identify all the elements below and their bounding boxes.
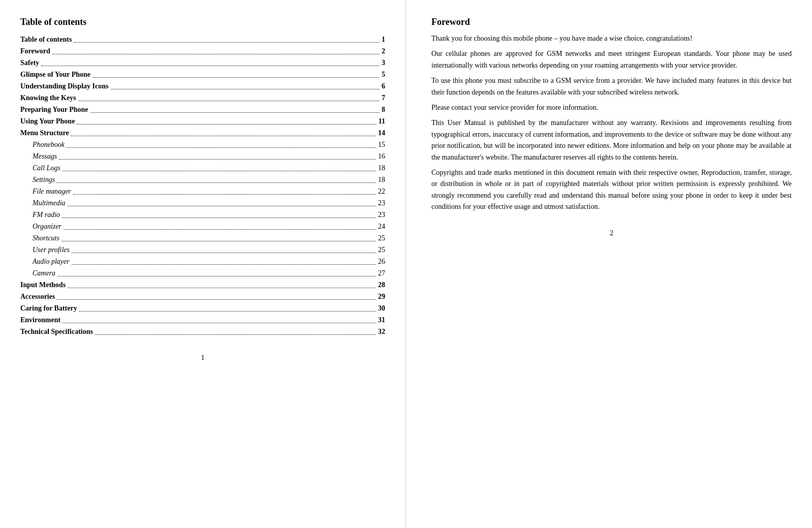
- toc-dots: [73, 186, 376, 195]
- toc-label: Phonebook: [20, 139, 65, 150]
- toc-dots: [63, 163, 376, 171]
- toc-entry: FM radio23: [20, 209, 385, 220]
- toc-page-number: 23: [378, 209, 385, 220]
- right-page-number: 2: [431, 228, 792, 238]
- toc-page-number: 31: [378, 315, 385, 325]
- toc-dots: [63, 315, 376, 323]
- toc-dots: [64, 221, 376, 230]
- toc-entry: Organizer24: [20, 221, 385, 232]
- toc-page-number: 1: [382, 34, 385, 45]
- left-page: Table of contents Table of contents1Fore…: [0, 0, 406, 528]
- toc-dots: [90, 104, 380, 113]
- toc-dots: [62, 209, 376, 218]
- toc-entry: Camera27: [20, 268, 385, 278]
- toc-entry: Audio player26: [20, 256, 385, 267]
- toc-entry: Menu Structure14: [20, 128, 385, 138]
- toc-label: Shortcuts: [20, 233, 59, 243]
- toc-page-number: 18: [378, 174, 385, 185]
- toc-page-number: 29: [378, 291, 385, 302]
- toc-label: Knowing the Keys: [20, 92, 76, 103]
- toc-entry: Foreword2: [20, 46, 385, 56]
- toc-entry: Glimpse of Your Phone5: [20, 69, 385, 80]
- toc-page-number: 11: [379, 116, 385, 127]
- toc-entry: Understanding Display Icons6: [20, 81, 385, 91]
- toc-page-number: 3: [382, 57, 385, 68]
- toc-page-number: 6: [382, 81, 385, 91]
- toc-page-number: 26: [378, 256, 385, 267]
- toc-page-number: 15: [378, 139, 385, 150]
- toc-dots: [79, 303, 376, 312]
- toc-dots: [57, 291, 376, 300]
- toc-label: Caring for Battery: [20, 303, 77, 314]
- toc-label: Input Methods: [20, 279, 66, 290]
- toc-dots: [57, 174, 376, 183]
- toc-dots: [57, 268, 376, 276]
- toc-page-number: 22: [378, 186, 385, 197]
- toc-dots: [74, 34, 380, 43]
- toc-dots: [72, 244, 376, 253]
- toc-label: Camera: [20, 268, 55, 278]
- left-page-number: 1: [20, 352, 385, 363]
- toc-page-number: 5: [382, 69, 385, 80]
- foreword-paragraph: Thank you for choosing this mobile phone…: [431, 33, 792, 44]
- toc-label: Organizer: [20, 221, 61, 232]
- toc-label: Accessories: [20, 291, 55, 302]
- toc-page-number: 25: [378, 244, 385, 255]
- toc-dots: [71, 128, 376, 136]
- foreword-title: Foreword: [431, 15, 792, 29]
- toc-dots: [68, 279, 376, 288]
- toc-entry: Preparing Your Phone8: [20, 104, 385, 115]
- toc-dots: [72, 256, 376, 265]
- toc-page-number: 7: [382, 92, 385, 103]
- toc-label: Understanding Display Icons: [20, 81, 109, 91]
- toc-dots: [68, 198, 376, 206]
- toc-page-number: 16: [378, 151, 385, 162]
- toc-label: Messags: [20, 151, 57, 162]
- toc-page-number: 24: [378, 221, 385, 232]
- toc-label: Foreword: [20, 46, 50, 56]
- toc-entry: Settings18: [20, 174, 385, 185]
- foreword-body: Thank you for choosing this mobile phone…: [431, 33, 792, 212]
- toc-label: User profiles: [20, 244, 70, 255]
- foreword-paragraph: This User Manual is published by the man…: [431, 117, 792, 163]
- toc-entry: User profiles25: [20, 244, 385, 255]
- toc-dots: [78, 92, 380, 101]
- foreword-paragraph: To use this phone you must subscribe to …: [431, 75, 792, 98]
- toc-title: Table of contents: [20, 15, 385, 29]
- toc-page-number: 25: [378, 233, 385, 243]
- toc-page-number: 2: [382, 46, 385, 56]
- toc-page-number: 23: [378, 198, 385, 208]
- toc-page-number: 14: [378, 128, 385, 138]
- toc-dots: [92, 69, 380, 78]
- toc-label: Using Your Phone: [20, 116, 75, 127]
- toc-entry: Accessories29: [20, 291, 385, 302]
- toc-page-number: 32: [378, 326, 385, 337]
- toc-label: Glimpse of Your Phone: [20, 69, 90, 80]
- toc-page-number: 8: [382, 104, 385, 115]
- toc-page-number: 30: [378, 303, 385, 314]
- toc-entry: Table of contents1: [20, 34, 385, 45]
- toc-label: Settings: [20, 174, 55, 185]
- toc-entry: Safety3: [20, 57, 385, 68]
- toc-entry: Technical Specifications32: [20, 326, 385, 337]
- toc-entry: Environment31: [20, 315, 385, 325]
- toc-entry: Shortcuts25: [20, 233, 385, 243]
- toc-label: Audio player: [20, 256, 70, 267]
- toc-label: Environment: [20, 315, 60, 325]
- toc-page-number: 28: [378, 279, 385, 290]
- toc-label: Multimedia: [20, 198, 66, 208]
- right-page: Foreword Thank you for choosing this mob…: [406, 0, 812, 528]
- toc-entry: Messags16: [20, 151, 385, 162]
- toc-label: FM radio: [20, 209, 60, 220]
- toc-label: Technical Specifications: [20, 326, 93, 337]
- toc-entry: Knowing the Keys7: [20, 92, 385, 103]
- toc-page-number: 27: [378, 268, 385, 278]
- toc-dots: [41, 57, 380, 66]
- toc-dots: [77, 116, 376, 125]
- toc-entry: File manager22: [20, 186, 385, 197]
- toc-label: Preparing Your Phone: [20, 104, 88, 115]
- toc-dots: [67, 139, 376, 148]
- toc-entry: Multimedia23: [20, 198, 385, 208]
- toc-dots: [111, 81, 380, 89]
- toc-label: File manager: [20, 186, 71, 197]
